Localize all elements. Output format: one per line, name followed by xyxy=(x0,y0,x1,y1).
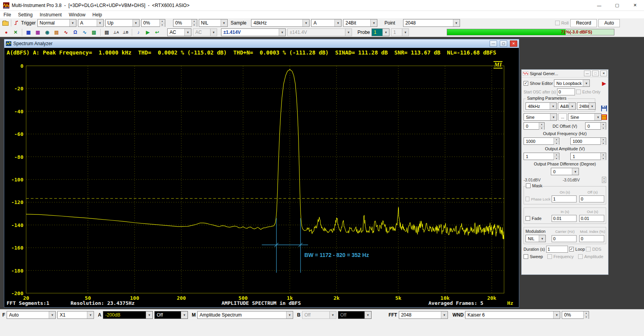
trigger-edge-select[interactable]: Up xyxy=(105,19,140,27)
spin-up-icon[interactable]: ▴ xyxy=(601,138,606,142)
b-range-select[interactable]: Off xyxy=(302,311,336,319)
trigger-source-select[interactable]: A xyxy=(78,19,104,27)
range-b-select[interactable]: ±141.4V xyxy=(287,28,352,36)
spin-down-icon[interactable]: ▾ xyxy=(554,142,559,145)
mod-index-input[interactable]: 0 xyxy=(579,235,604,242)
spin-down-icon[interactable]: ▾ xyxy=(601,127,606,130)
show-editor-checkbox[interactable]: Show Editor xyxy=(524,81,553,86)
amp-a-spinner[interactable]: 1▴▾ xyxy=(524,153,559,160)
spin-up-icon[interactable]: ▴ xyxy=(602,177,606,180)
spin-up-icon[interactable]: ▴ xyxy=(601,153,606,157)
carrier-input[interactable]: 0 xyxy=(552,235,577,242)
phase-lock-checkbox[interactable]: Phase Lock xyxy=(525,197,550,201)
fade-in-input[interactable]: 0.01 xyxy=(552,215,577,222)
overlap-spinner[interactable]: 0%▴▾ xyxy=(562,311,589,319)
label-a-icon[interactable]: ⊥A xyxy=(112,29,120,36)
start-osc-input[interactable]: 0 xyxy=(557,88,575,95)
gen-bits-select[interactable]: 24Bit xyxy=(577,102,596,110)
child-close-icon[interactable]: ✕ xyxy=(510,40,517,47)
spin-up-icon[interactable]: ▴ xyxy=(601,123,606,127)
spin-up-icon[interactable]: ▴ xyxy=(554,138,559,142)
menu-setting[interactable]: Setting xyxy=(14,12,36,18)
phase-select[interactable]: 0 xyxy=(551,168,579,175)
duration-input[interactable]: 1 xyxy=(546,246,568,253)
sample-rate-select[interactable]: 48kHz xyxy=(251,19,310,27)
sweep-amplitude-checkbox[interactable]: Amplitude xyxy=(578,254,603,259)
trigger-mode-select[interactable]: Normal xyxy=(37,19,76,27)
freq-b-spinner[interactable]: 1000▴▾ xyxy=(570,137,606,145)
probe-b-select[interactable]: 1 xyxy=(391,28,409,36)
wave-more-button[interactable]: ... xyxy=(558,113,567,121)
loopback-icon[interactable]: ↩ xyxy=(153,29,161,36)
gen-channels-select[interactable]: A&B xyxy=(558,102,576,110)
spin-down-icon[interactable]: ▾ xyxy=(192,23,197,27)
auto-button[interactable]: Auto xyxy=(598,19,620,27)
device-test-plan-icon[interactable]: ▧ xyxy=(90,29,98,36)
spin-down-icon[interactable]: ▾ xyxy=(601,157,606,160)
roll-checkbox[interactable]: Roll xyxy=(555,21,569,25)
close-icon[interactable]: ✕ xyxy=(626,0,644,11)
view-mode-select[interactable]: Auto xyxy=(7,311,56,319)
sample-channel-select[interactable]: A xyxy=(311,19,341,27)
spin-up-icon[interactable]: ▴ xyxy=(539,123,544,127)
bit-depth-select[interactable]: 24Bit xyxy=(343,19,377,27)
spin-up-icon[interactable]: ▴ xyxy=(584,311,589,315)
spin-up-icon[interactable]: ▴ xyxy=(192,19,197,23)
b-extra-select[interactable]: Off xyxy=(338,311,372,319)
function-list-icon[interactable] xyxy=(601,114,607,120)
gen-sample-rate-select[interactable]: 48kHz xyxy=(525,102,557,110)
menu-window[interactable]: Window xyxy=(65,12,89,18)
mask-checkbox[interactable]: Mask xyxy=(526,183,542,188)
save-icon[interactable] xyxy=(601,106,607,111)
sweep-checkbox[interactable]: Sweep xyxy=(524,254,543,259)
open-file-icon[interactable] xyxy=(2,21,9,26)
amp-b-spinner[interactable]: 1▴▾ xyxy=(570,153,606,160)
points-select[interactable]: 2048 xyxy=(403,19,460,27)
trigger-level-spinner[interactable]: 0%▴▾ xyxy=(141,19,165,27)
wave-b-select[interactable]: Sine xyxy=(568,113,602,121)
menu-file[interactable]: File xyxy=(0,12,14,18)
fade-out-input[interactable]: 0.01 xyxy=(579,215,604,222)
child-restore-icon[interactable]: ▢ xyxy=(500,40,507,47)
zoom-select[interactable]: X1 xyxy=(57,311,94,319)
siggen-title-bar[interactable]: Signal Gener... — ▢ ✕ xyxy=(522,70,608,77)
dds-checkbox[interactable]: DDS xyxy=(586,247,601,252)
data-logger-icon[interactable]: ∿ xyxy=(62,29,70,36)
minimize-icon[interactable]: — xyxy=(590,0,608,11)
spin-down-icon[interactable]: ▾ xyxy=(584,315,589,319)
run-icon[interactable]: ● xyxy=(2,29,10,36)
child-minimize-icon[interactable]: — xyxy=(490,40,497,47)
freq-a-spinner[interactable]: 1000▴▾ xyxy=(524,137,559,145)
spin-down-icon[interactable]: ▾ xyxy=(602,180,606,183)
derived-data-logger-icon[interactable]: ∿ xyxy=(81,29,88,36)
spin-down-icon[interactable]: ▾ xyxy=(601,142,606,145)
record-button[interactable]: Record xyxy=(570,19,597,27)
lcr-meter-icon[interactable]: Ω xyxy=(71,29,79,36)
stop-icon[interactable]: ✕ xyxy=(12,29,19,36)
loop-checkbox[interactable]: Loop xyxy=(569,247,585,252)
menu-instrument[interactable]: Instrument xyxy=(36,12,65,18)
range-a-select[interactable]: ±1.414V xyxy=(221,28,286,36)
display-mode-select[interactable]: Amplitude Spectrum xyxy=(197,311,293,319)
sweep-frequency-checkbox[interactable]: Frequency xyxy=(547,254,574,259)
dc-a-spinner[interactable]: 0▴▾ xyxy=(524,122,545,130)
dbv-spinner[interactable]: ▴▾ xyxy=(602,177,606,183)
siggen-maximize-icon[interactable]: ▢ xyxy=(592,70,599,76)
spin-up-icon[interactable]: ▴ xyxy=(160,19,165,23)
speaker-icon[interactable]: ♪ xyxy=(134,29,142,36)
probe-a-select[interactable]: 1 xyxy=(372,28,389,36)
fft-points-select[interactable]: 2048 xyxy=(399,311,448,319)
spectrum-3d-plot-icon[interactable]: ▤ xyxy=(53,29,60,36)
multimeter-icon[interactable]: ◉ xyxy=(43,29,51,36)
dc-b-spinner[interactable]: 0▴▾ xyxy=(585,122,606,130)
menu-help[interactable]: Help xyxy=(89,12,106,18)
a-extra-select[interactable]: Off xyxy=(154,311,188,319)
wave-a-select[interactable]: Sine xyxy=(524,113,557,121)
mask-on-input[interactable]: 1 xyxy=(552,195,577,202)
spectrum-title-bar[interactable]: Spectrum Analyzer — ▢ ✕ xyxy=(4,39,519,48)
printer-icon[interactable]: ▤ xyxy=(103,29,111,36)
modulation-type-select[interactable]: NIL xyxy=(525,235,546,242)
coupling-a-select[interactable]: AC xyxy=(167,28,191,36)
fade-checkbox[interactable]: Fade xyxy=(525,216,550,221)
spectrum-analyzer-icon[interactable]: ▦ xyxy=(34,29,42,36)
